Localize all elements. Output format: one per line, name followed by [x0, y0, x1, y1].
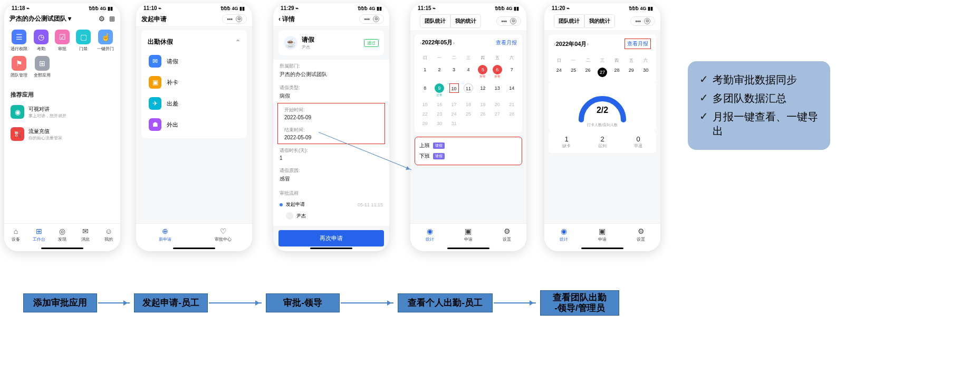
tab-统计[interactable]: ◉统计: [544, 227, 583, 242]
tab-设置[interactable]: ⚙设置: [622, 227, 660, 242]
cal-day[interactable]: 3: [447, 63, 461, 81]
accordion-header[interactable]: 出勤休假 ⌃: [141, 33, 247, 51]
back-button[interactable]: ‹ 详情: [278, 15, 359, 24]
cal-day[interactable]: 16: [432, 100, 446, 109]
stat-早退[interactable]: 0早退: [620, 135, 656, 149]
grid-icon[interactable]: ⊞: [109, 15, 115, 23]
apply-出差[interactable]: ✈出差: [141, 93, 247, 114]
tab-mine[interactable]: 我的统计: [450, 14, 481, 28]
cal-day[interactable]: 23: [432, 109, 446, 119]
cal-day[interactable]: 29: [418, 119, 432, 128]
miniapp-menu[interactable]: ••• ⊙: [496, 16, 521, 26]
tab-icon: ⚙: [488, 227, 526, 235]
cal-day[interactable]: 27: [595, 65, 609, 79]
tab-我的[interactable]: ☺我的: [97, 227, 120, 242]
cal-day[interactable]: 28: [505, 109, 519, 119]
cal-day[interactable]: [490, 119, 504, 128]
close-icon[interactable]: ⊙: [236, 16, 242, 22]
cal-day[interactable]: 8: [418, 81, 432, 100]
app-审批[interactable]: ☑审批: [55, 30, 70, 52]
miniapp-menu[interactable]: ••• ⊙: [359, 14, 384, 24]
close-icon[interactable]: ⊙: [510, 18, 516, 24]
cal-day[interactable]: 25: [461, 109, 475, 119]
cal-day[interactable]: 27: [490, 109, 504, 119]
app-全部应用[interactable]: ⊞全部应用: [34, 56, 51, 78]
cal-day[interactable]: 2: [432, 63, 446, 81]
tab-消息[interactable]: ✉消息: [74, 227, 97, 242]
tab-统计[interactable]: ◉统计: [410, 227, 449, 242]
cal-day[interactable]: 18: [461, 100, 475, 109]
app-团队管理[interactable]: ⚑团队管理: [11, 56, 27, 78]
cal-day[interactable]: 10: [447, 81, 461, 100]
view-report-link[interactable]: 查看月报: [496, 39, 517, 46]
cal-day[interactable]: 20: [490, 100, 504, 109]
flow-step-4: 查看个人出勤-员工: [398, 293, 493, 312]
app-一键开门[interactable]: ☝一键开门: [97, 30, 114, 52]
app-考勤[interactable]: ◷考勤: [34, 30, 49, 52]
reapply-button[interactable]: 再次申请: [278, 230, 384, 246]
cal-day[interactable]: 29: [624, 65, 638, 79]
tab-设置[interactable]: ⚙设置: [488, 227, 526, 242]
cal-day[interactable]: [476, 119, 490, 128]
cal-day[interactable]: 5异常: [476, 63, 490, 81]
app-通行权限[interactable]: ☰通行权限: [11, 30, 27, 52]
cal-day[interactable]: 21: [505, 100, 519, 109]
cal-day[interactable]: 11: [461, 81, 475, 100]
cal-day[interactable]: 22: [418, 109, 432, 119]
view-report-link[interactable]: 查看月报: [624, 39, 651, 49]
cal-day[interactable]: 4: [461, 63, 475, 81]
stat-迟到[interactable]: 2迟到: [584, 135, 620, 149]
tab-approval-center[interactable]: ♡审批中心: [194, 227, 252, 242]
tab-申请[interactable]: ▣申请: [449, 227, 487, 242]
cal-day[interactable]: 13: [490, 81, 504, 100]
cal-day[interactable]: [461, 119, 475, 128]
apply-补卡[interactable]: ▣补卡: [141, 72, 247, 93]
app-icon: ⊞: [35, 56, 50, 71]
cal-day[interactable]: 17: [447, 100, 461, 109]
cal-day[interactable]: [505, 119, 519, 128]
close-icon[interactable]: ⊙: [373, 16, 379, 22]
cal-day[interactable]: 15: [418, 100, 432, 109]
next-month[interactable]: ›: [453, 40, 455, 46]
cal-day[interactable]: 24: [552, 65, 566, 79]
tab-工作台[interactable]: ⊞工作台: [27, 227, 51, 242]
tab-team[interactable]: 团队统计: [554, 14, 584, 28]
cal-day[interactable]: 6异常: [490, 63, 504, 81]
cal-day[interactable]: 19: [476, 100, 490, 109]
cal-day[interactable]: 24: [447, 109, 461, 119]
cal-day[interactable]: 9正常: [432, 81, 446, 100]
app-门禁[interactable]: ▢门禁: [76, 30, 91, 52]
cal-day[interactable]: 1: [418, 63, 432, 81]
approval-flow: 审批流程 发起申请05-11 11:15 尹杰: [273, 186, 389, 226]
close-icon[interactable]: ⊙: [644, 18, 650, 24]
gear-icon[interactable]: ⚙: [99, 15, 105, 23]
network: ␢␢␢ 4G ▮▮: [629, 6, 653, 11]
stat-缺卡[interactable]: 1缺卡: [549, 135, 584, 149]
cal-day[interactable]: 12: [476, 81, 490, 100]
cal-day[interactable]: 28: [610, 65, 624, 79]
tab-发现[interactable]: ◎发现: [51, 227, 74, 242]
apply-外出[interactable]: ☗外出: [141, 114, 247, 135]
tab-new-apply[interactable]: ⊕新申请: [136, 227, 194, 242]
tab-申请[interactable]: ▣申请: [583, 227, 621, 242]
miniapp-menu[interactable]: ••• ⊙: [222, 14, 247, 24]
team-dropdown[interactable]: 尹杰的办公测试团队 ▾: [9, 14, 99, 23]
cal-day[interactable]: 25: [566, 65, 580, 79]
cal-day[interactable]: 14: [505, 81, 519, 100]
weekday: 六: [639, 55, 653, 65]
cal-day[interactable]: 30: [639, 65, 653, 79]
reco-item[interactable]: ◉可视对讲掌上对讲，想开就开: [4, 101, 120, 123]
cal-day[interactable]: 30: [432, 119, 446, 128]
tab-team[interactable]: 团队统计: [420, 14, 450, 28]
cal-day[interactable]: 31: [447, 119, 461, 128]
tab-mine[interactable]: 我的统计: [584, 14, 615, 28]
reco-item[interactable]: ⛽流量充值你的贴心流量管家: [4, 123, 120, 145]
tab-设备[interactable]: ⌂设备: [4, 227, 27, 242]
cal-day[interactable]: 26: [476, 109, 490, 119]
next-month[interactable]: ›: [587, 41, 589, 47]
header: 团队统计 我的统计 ••• ⊙: [410, 12, 526, 30]
cal-day[interactable]: 7: [505, 63, 519, 81]
cal-day[interactable]: 26: [581, 65, 595, 79]
miniapp-menu[interactable]: ••• ⊙: [630, 16, 655, 26]
apply-请假[interactable]: ✉请假: [141, 51, 247, 72]
